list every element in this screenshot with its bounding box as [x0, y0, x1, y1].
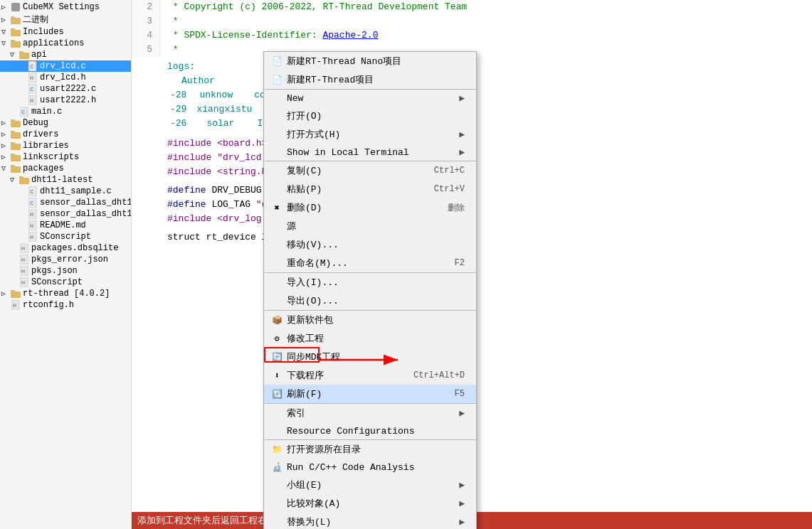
menu-item-refresh[interactable]: 🔃刷新(F)F5: [264, 385, 476, 404]
menu-item-label: 导出(O)...: [287, 294, 339, 307]
tree-item-libraries[interactable]: ▷libraries: [0, 140, 131, 151]
tree-item-pkgs_error[interactable]: Hpkgs_error.json: [0, 254, 131, 265]
menu-item-export[interactable]: 导出(O)...: [264, 292, 476, 311]
tree-arrow: ▷: [1, 119, 10, 127]
tree-item-linkscripts[interactable]: ▷linkscripts: [0, 151, 131, 163]
menu-item-delete[interactable]: ✖删除(D)删除: [264, 198, 476, 217]
menu-item-open[interactable]: 打开(O): [264, 107, 476, 125]
svg-rect-19: [11, 121, 21, 127]
menu-item-open_source_dir[interactable]: 📁打开资源所在目录: [264, 440, 476, 459]
menu-item-new[interactable]: New ▶: [264, 90, 476, 107]
menu-item-open_with[interactable]: 打开方式(H) ▶: [264, 125, 476, 144]
menu-item-compare[interactable]: 比较对象(A) ▶: [264, 494, 476, 513]
menu-item-icon: [270, 239, 284, 250]
tree-item-rtthread[interactable]: ▷rt-thread [4.0.2]: [0, 288, 131, 299]
tree-arrow: ▽: [1, 164, 10, 173]
tree-item-pkgs_json[interactable]: Hpkgs.json: [0, 265, 131, 277]
menu-item-label: 粘贴(P): [287, 183, 322, 196]
tree-icon: H: [19, 255, 30, 264]
menu-item-rename[interactable]: 重命名(M)...F2: [264, 254, 476, 273]
file-tree[interactable]: ▷CubeMX Settings▷二进制▽Includes▽applicatio…: [0, 0, 132, 529]
tree-label: usart2222.h: [40, 95, 96, 105]
tree-item-rtconfig[interactable]: Hrtconfig.h: [0, 299, 131, 311]
tree-item-api[interactable]: ▽api: [0, 49, 131, 60]
svg-rect-5: [11, 41, 21, 48]
tree-label: Includes: [23, 27, 64, 37]
menu-item-import[interactable]: 导入(I)...: [264, 273, 476, 292]
tree-item-includes[interactable]: ▽Includes: [0, 26, 131, 38]
tree-icon: [10, 118, 21, 128]
menu-item-index[interactable]: 索引 ▶: [264, 404, 476, 422]
tree-label: sensor_dallas_dht11...: [40, 198, 132, 208]
menu-item-new_rt_nano[interactable]: 📄新建RT-Thread Nano项目: [264, 52, 476, 70]
svg-rect-20: [11, 119, 15, 122]
svg-text:H: H: [21, 257, 25, 262]
tree-item-sconscript1[interactable]: HSConscript: [0, 277, 131, 288]
svg-rect-27: [11, 166, 21, 173]
tree-item-packages[interactable]: ▽packages: [0, 163, 131, 174]
tree-arrow: ▷: [1, 3, 10, 11]
tree-icon: H: [27, 232, 38, 242]
menu-item-copy[interactable]: 复制(C)Ctrl+C: [264, 161, 476, 180]
menu-item-icon: [270, 498, 284, 509]
tree-item-sensor_dallas1[interactable]: Csensor_dallas_dht11...: [0, 197, 131, 208]
menu-item-icon: [270, 516, 284, 528]
tree-item-usart2222_h[interactable]: Husart2222.h: [0, 95, 131, 106]
svg-text:C: C: [30, 201, 33, 205]
tree-label: SConscript: [40, 232, 91, 242]
tree-label: rt-thread [4.0.2]: [23, 289, 110, 299]
tree-icon: C: [27, 198, 38, 208]
svg-text:H: H: [30, 212, 33, 217]
svg-text:H: H: [30, 235, 33, 240]
menu-item-small_group[interactable]: 小组(E) ▶: [264, 476, 476, 494]
tree-item-debug[interactable]: ▷Debug: [0, 117, 131, 129]
tree-item-sensor_dallas2[interactable]: Hsensor_dallas_dht11...: [0, 208, 131, 220]
menu-item-run_analysis[interactable]: 🔬Run C/C++ Code Analysis: [264, 459, 476, 476]
menu-item-move[interactable]: 移动(V)...: [264, 235, 476, 254]
code-text: * Copyright (c) 2006-2022, RT-Thread Dev…: [160, 0, 467, 14]
tree-icon: [10, 289, 21, 299]
tree-item-applications[interactable]: ▽applications: [0, 38, 131, 49]
tree-label: rtconfig.h: [23, 300, 74, 310]
svg-text:H: H: [21, 280, 25, 285]
tree-item-packages_db[interactable]: Hpackages.dbsqlite: [0, 242, 131, 254]
tree-item-drv_lcd_h[interactable]: Hdrv_lcd.h: [0, 72, 131, 83]
tree-icon: [10, 38, 21, 48]
menu-item-icon: [270, 479, 284, 491]
menu-item-new_rt[interactable]: 📄新建RT-Thread项目: [264, 70, 476, 90]
tree-item-sconscript2[interactable]: HSConscript: [0, 231, 131, 242]
menu-item-icon: [270, 92, 284, 104]
code-text: * SPDX-License-Identifier: Apache-2.0: [160, 28, 378, 43]
code-text: *: [160, 43, 179, 57]
tree-item-readme[interactable]: HREADME.md: [0, 220, 131, 231]
tree-icon: H: [27, 209, 38, 219]
context-menu[interactable]: 📄新建RT-Thread Nano项目📄新建RT-Thread项目New ▶打开…: [263, 51, 477, 529]
tree-arrow: ▽: [1, 39, 10, 48]
menu-item-resource_config[interactable]: Resource Configurations: [264, 422, 476, 440]
menu-item-source[interactable]: 源: [264, 217, 476, 235]
menu-item-icon: [270, 407, 284, 419]
svg-text:C: C: [30, 189, 33, 194]
menu-item-modify_project[interactable]: ⚙修改工程: [264, 329, 476, 348]
tree-item-usart2222_c[interactable]: Cusart2222.c: [0, 83, 131, 95]
menu-item-sync_mdk[interactable]: 🔄同步MDK工程: [264, 348, 476, 366]
menu-item-update_pkg[interactable]: 📦更新软件包: [264, 311, 476, 329]
tree-item-binary[interactable]: ▷二进制: [0, 13, 131, 26]
tree-item-dht11sample[interactable]: Cdht11_sample.c: [0, 186, 131, 197]
menu-item-label: 下载程序: [287, 369, 324, 382]
tree-item-drivers[interactable]: ▷drivers: [0, 129, 131, 140]
menu-item-replace[interactable]: 替换为(L) ▶: [264, 513, 476, 529]
tree-item-cubemx[interactable]: ▷CubeMX Settings: [0, 1, 131, 13]
tree-item-dht11latest[interactable]: ▽dht11-latest: [0, 174, 131, 186]
menu-item-icon: ⬇: [270, 370, 284, 381]
svg-text:C: C: [30, 87, 33, 92]
menu-item-show_local[interactable]: Show in Local Terminal ▶: [264, 144, 476, 161]
menu-item-download[interactable]: ⬇下载程序Ctrl+Alt+D: [264, 366, 476, 385]
menu-item-paste[interactable]: 粘贴(P)Ctrl+V: [264, 180, 476, 198]
tree-item-drv_lcd_c[interactable]: Cdrv_lcd.c: [0, 60, 131, 72]
menu-item-label: 新建RT-Thread Nano项目: [287, 55, 401, 68]
tree-item-main_c[interactable]: Cmain.c: [0, 106, 131, 117]
tree-arrow: ▷: [1, 289, 10, 298]
tree-label: CubeMX Settings: [23, 2, 100, 12]
svg-text:C: C: [30, 64, 33, 69]
